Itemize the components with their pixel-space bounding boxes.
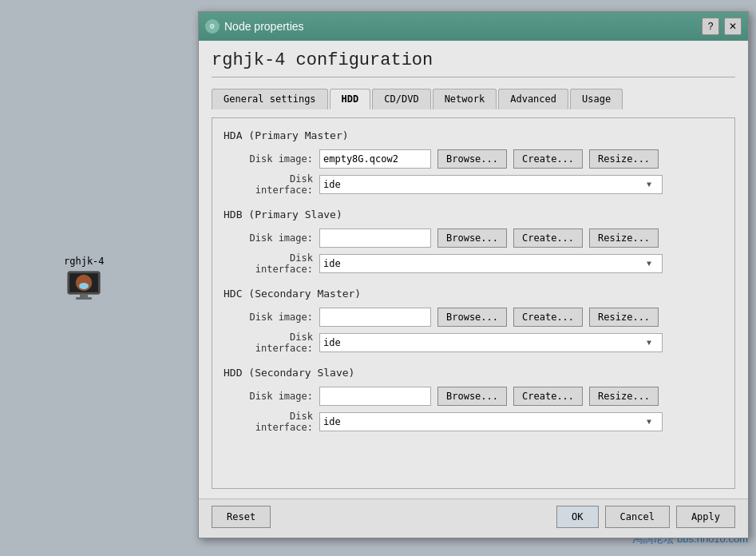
hdc-interface-row: Disk interface: ide virtio scsi ▼ [224, 332, 723, 354]
hdb-interface-wrap: ide virtio scsi ▼ [319, 254, 723, 273]
node-icon-image [65, 270, 103, 302]
title-bar: ⚙ Node properties ? ✕ [199, 12, 748, 41]
help-button[interactable]: ? [702, 18, 719, 35]
hda-browse-button[interactable]: Browse... [437, 149, 507, 169]
hdd-resize-button[interactable]: Resize... [589, 387, 659, 406]
tab-usage[interactable]: Usage [570, 89, 623, 109]
hdb-section: HDB (Primary Slave) Disk image: Browse..… [224, 208, 723, 275]
desktop-node-icon[interactable]: rghjk-4 [64, 256, 105, 302]
hdc-create-button[interactable]: Create... [513, 308, 583, 327]
hdd-create-button[interactable]: Create... [513, 387, 583, 406]
footer-right: OK Cancel Apply [556, 506, 735, 528]
close-button[interactable]: ✕ [724, 18, 742, 35]
config-title: rghjk-4 configuration [212, 50, 735, 77]
tab-advanced[interactable]: Advanced [498, 89, 568, 109]
footer-left: Reset [212, 506, 271, 528]
hdb-image-row: Disk image: Browse... Create... Resize..… [224, 228, 723, 248]
hda-interface-label: Disk interface: [233, 173, 313, 196]
hdd-interface-row: Disk interface: ide virtio scsi ▼ [224, 411, 723, 433]
hdb-title: HDB (Primary Slave) [224, 208, 723, 220]
hdb-interface-row: Disk interface: ide virtio scsi ▼ [224, 252, 723, 275]
node-properties-dialog: ⚙ Node properties ? ✕ rghjk-4 configurat… [198, 11, 749, 538]
hdd-interface-wrap: ide virtio scsi ▼ [319, 412, 723, 431]
hdd-interface-label: Disk interface: [233, 411, 313, 433]
hda-section: HDA (Primary Master) Disk image: Browse.… [224, 129, 723, 196]
dialog-title: Node properties [224, 20, 697, 33]
dialog-body: rghjk-4 configuration General settings H… [199, 41, 748, 498]
tab-content-hdd: HDA (Primary Master) Disk image: Browse.… [212, 117, 735, 489]
title-bar-icon: ⚙ [205, 19, 220, 34]
hdc-interface-select[interactable]: ide virtio scsi [319, 333, 663, 352]
dialog-footer: Reset OK Cancel Apply [199, 498, 748, 538]
desktop: rghjk-4 鸿鹄论坛 bbs.hh010.com ⚙ Node proper… [0, 0, 756, 556]
hdc-resize-button[interactable]: Resize... [589, 308, 659, 327]
hda-interface-row: Disk interface: ide virtio scsi ▼ [224, 173, 723, 196]
hdc-interface-label: Disk interface: [233, 332, 313, 354]
hdd-image-label: Disk image: [233, 391, 313, 402]
tab-network[interactable]: Network [433, 89, 497, 109]
hda-interface-wrap: ide virtio scsi ▼ [319, 175, 723, 194]
tab-cddvd[interactable]: CD/DVD [372, 89, 430, 109]
hdd-image-input[interactable] [319, 387, 431, 406]
hda-create-button[interactable]: Create... [513, 149, 583, 169]
hdc-image-label: Disk image: [233, 312, 313, 323]
hdb-image-label: Disk image: [233, 232, 313, 244]
hdc-image-row: Disk image: Browse... Create... Resize..… [224, 308, 723, 327]
hdd-browse-button[interactable]: Browse... [437, 387, 507, 406]
svg-rect-6 [76, 297, 92, 300]
hda-image-label: Disk image: [233, 153, 313, 165]
cancel-button[interactable]: Cancel [605, 506, 670, 528]
ok-button[interactable]: OK [556, 506, 598, 528]
hdc-interface-wrap: ide virtio scsi ▼ [319, 333, 723, 352]
title-bar-buttons: ? ✕ [702, 18, 742, 35]
hda-image-input[interactable] [319, 149, 431, 169]
hdc-title: HDC (Secondary Master) [224, 288, 723, 300]
node-label: rghjk-4 [64, 256, 105, 267]
reset-button[interactable]: Reset [212, 506, 271, 528]
hda-image-row: Disk image: Browse... Create... Resize..… [224, 149, 723, 169]
hdd-interface-select[interactable]: ide virtio scsi [319, 412, 663, 431]
hda-title: HDA (Primary Master) [224, 129, 723, 141]
apply-button[interactable]: Apply [676, 506, 735, 528]
tab-hdd[interactable]: HDD [330, 89, 371, 109]
hdd-title: HDD (Secondary Slave) [224, 367, 723, 379]
tab-bar: General settings HDD CD/DVD Network Adva… [212, 89, 735, 109]
hda-interface-select[interactable]: ide virtio scsi [319, 175, 663, 194]
hdb-interface-label: Disk interface: [233, 252, 313, 275]
hdd-image-row: Disk image: Browse... Create... Resize..… [224, 387, 723, 406]
hdc-browse-button[interactable]: Browse... [437, 308, 507, 327]
hdb-browse-button[interactable]: Browse... [437, 228, 507, 248]
hdc-section: HDC (Secondary Master) Disk image: Brows… [224, 288, 723, 354]
hdb-create-button[interactable]: Create... [513, 228, 583, 248]
hdd-section: HDD (Secondary Slave) Disk image: Browse… [224, 367, 723, 433]
hda-resize-button[interactable]: Resize... [589, 149, 659, 169]
hdb-interface-select[interactable]: ide virtio scsi [319, 254, 663, 273]
svg-rect-5 [80, 294, 88, 297]
hdb-resize-button[interactable]: Resize... [589, 228, 659, 248]
hdb-image-input[interactable] [319, 228, 431, 248]
hdc-image-input[interactable] [319, 308, 431, 327]
tab-general-settings[interactable]: General settings [212, 89, 328, 109]
svg-point-3 [79, 283, 89, 289]
